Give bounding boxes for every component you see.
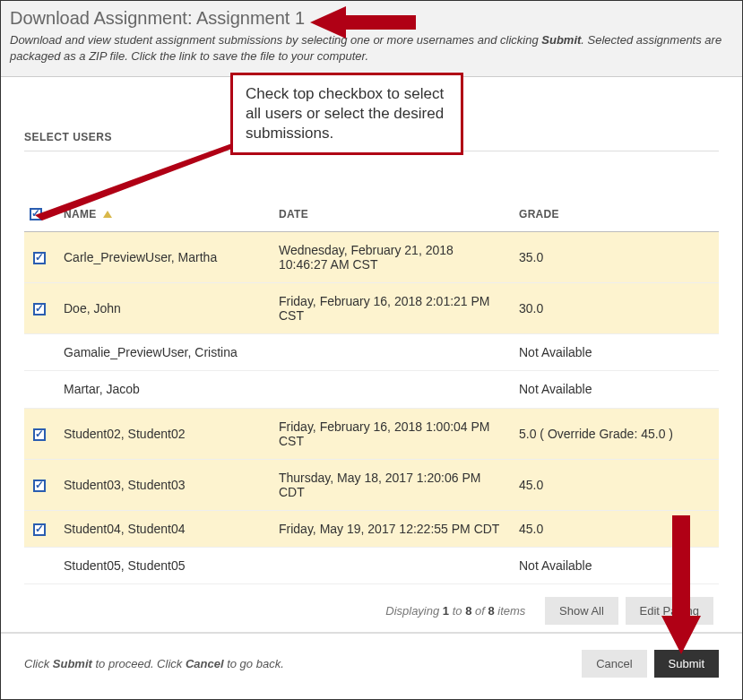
hint-b1: Submit <box>53 657 92 670</box>
table-row: Student02, Student02Friday, February 16,… <box>24 408 719 459</box>
header-date[interactable]: DATE <box>270 196 510 231</box>
header-date-label: DATE <box>279 208 308 220</box>
table-row: Gamalie_PreviewUser, CristinaNot Availab… <box>24 333 719 370</box>
row-name: Martar, Jacob <box>55 371 270 408</box>
table-row: Doe, JohnFriday, February 16, 2018 2:01:… <box>24 282 719 333</box>
row-checkbox[interactable] <box>33 523 46 536</box>
annotation-text: Check top checkbox to select all users o… <box>246 85 444 142</box>
row-checkbox-cell <box>24 371 55 408</box>
row-date: Friday, May 19, 2017 12:22:55 PM CDT <box>270 510 510 547</box>
row-checkbox-cell <box>24 510 55 547</box>
hint-mid: to proceed. Click <box>92 657 186 670</box>
desc-text-pre: Download and view student assignment sub… <box>10 33 541 47</box>
row-grade: Not Available <box>510 333 719 370</box>
row-name: Gamalie_PreviewUser, Cristina <box>55 333 270 370</box>
annotation-leader-line <box>35 142 241 222</box>
annotation-callout: Check top checkbox to select all users o… <box>230 73 463 155</box>
paging-pre: Displaying <box>385 604 443 618</box>
show-all-button[interactable]: Show All <box>545 597 618 625</box>
header-grade-label: GRADE <box>519 208 559 220</box>
content-area: Check top checkbox to select all users o… <box>1 77 742 643</box>
row-checkbox-cell <box>24 408 55 459</box>
svg-marker-0 <box>310 6 416 39</box>
row-name: Student04, Student04 <box>55 510 270 547</box>
table-row: Student05, Student05Not Available <box>24 547 719 583</box>
app-window: Download Assignment: Assignment 1 Downlo… <box>0 0 743 700</box>
row-date: Friday, February 16, 2018 1:00:04 PM CST <box>270 408 510 459</box>
paging-row: Displaying 1 to 8 of 8 items Show All Ed… <box>24 584 719 625</box>
row-date <box>270 333 510 370</box>
paging-total: 8 <box>488 604 494 618</box>
paging-of-word: of <box>471 604 488 618</box>
row-checkbox-cell <box>24 333 55 370</box>
row-checkbox-cell <box>24 547 55 583</box>
hint-b2: Cancel <box>186 657 224 670</box>
annotation-arrow-title <box>310 4 418 43</box>
row-grade: 45.0 <box>510 459 719 510</box>
row-grade: 30.0 <box>510 282 719 333</box>
svg-marker-1 <box>35 142 241 220</box>
desc-bold-submit: Submit <box>541 33 581 47</box>
hint-pre: Click <box>24 657 53 670</box>
row-checkbox[interactable] <box>33 252 46 264</box>
row-checkbox-cell <box>24 459 55 510</box>
row-grade: 5.0 ( Override Grade: 45.0 ) <box>510 408 719 459</box>
row-checkbox[interactable] <box>33 480 46 492</box>
paging-to-word: to <box>449 604 465 618</box>
cancel-button[interactable]: Cancel <box>582 650 646 678</box>
paging-info: Displaying 1 to 8 of 8 items <box>385 604 525 618</box>
users-table: NAME DATE GRADE Carle_PreviewUser, Marth… <box>24 196 719 584</box>
svg-marker-2 <box>661 515 701 654</box>
row-date: Thursday, May 18, 2017 1:20:06 PM CDT <box>270 459 510 510</box>
row-name: Carle_PreviewUser, Martha <box>55 231 270 282</box>
header-grade[interactable]: GRADE <box>510 196 719 231</box>
row-name: Student02, Student02 <box>55 408 270 459</box>
row-checkbox-cell <box>24 282 55 333</box>
row-checkbox[interactable] <box>33 428 46 441</box>
footer-hint: Click Submit to proceed. Click Cancel to… <box>24 657 284 670</box>
row-name: Student03, Student03 <box>55 459 270 510</box>
table-row: Carle_PreviewUser, MarthaWednesday, Febr… <box>24 231 719 282</box>
paging-from: 1 <box>443 604 449 618</box>
paging-items: items <box>495 604 526 618</box>
row-grade: 35.0 <box>510 231 719 282</box>
row-checkbox[interactable] <box>33 303 46 315</box>
row-name: Student05, Student05 <box>55 547 270 583</box>
row-date <box>270 547 510 583</box>
row-date: Wednesday, February 21, 2018 10:46:27 AM… <box>270 231 510 282</box>
row-name: Doe, John <box>55 282 270 333</box>
row-checkbox-cell <box>24 231 55 282</box>
hint-post: to go back. <box>224 657 284 670</box>
table-row: Student03, Student03Thursday, May 18, 20… <box>24 459 719 510</box>
footer: Click Submit to proceed. Click Cancel to… <box>1 632 742 699</box>
row-date <box>270 371 510 408</box>
table-row: Student04, Student04Friday, May 19, 2017… <box>24 510 719 547</box>
row-grade: Not Available <box>510 371 719 408</box>
row-date: Friday, February 16, 2018 2:01:21 PM CST <box>270 282 510 333</box>
table-row: Martar, JacobNot Available <box>24 371 719 408</box>
annotation-arrow-submit <box>661 515 701 657</box>
